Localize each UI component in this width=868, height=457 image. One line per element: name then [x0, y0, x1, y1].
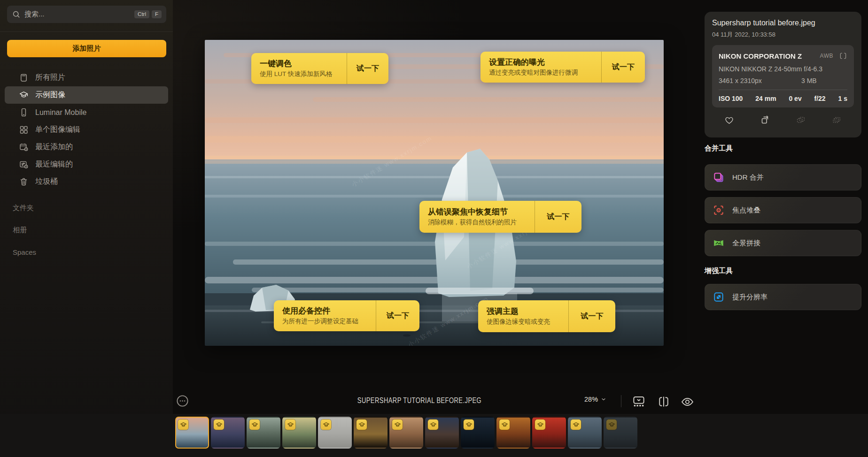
graduation-badge-icon [501, 421, 508, 428]
try-button[interactable]: 试一下 [535, 201, 581, 233]
paste-adjustments-icon [831, 115, 842, 125]
grid-icon [19, 125, 29, 135]
section-folders[interactable]: 文件夹 [13, 197, 163, 219]
thumbnail-torii-orange[interactable] [496, 417, 530, 449]
key-f: F [152, 10, 162, 19]
section-albums[interactable]: 相册 [13, 219, 163, 241]
sidebar-item-label: 示例图像 [35, 90, 65, 100]
thumbnail-dark-whale[interactable] [461, 417, 495, 449]
ev-value: 0 ev [789, 95, 801, 102]
callout-focus-recovery: 从错误聚焦中恢复细节 消除模糊，获得自然锐利的照片 试一下 [419, 201, 581, 233]
sidebar-item-all-photos[interactable]: 所有照片 [5, 69, 168, 86]
search-placeholder: 搜索... [24, 10, 131, 19]
tutorial-badge [464, 419, 474, 430]
thumbnail-sunset-glow[interactable] [354, 417, 388, 449]
sidebar-item-trash[interactable]: 垃圾桶 [5, 173, 168, 190]
copy-adjustments-button[interactable] [796, 115, 806, 125]
graduation-badge-icon [608, 421, 615, 428]
add-photos-button[interactable]: 添加照片 [7, 40, 166, 57]
thumbnail-foggy-beach[interactable] [318, 417, 352, 449]
more-options-button[interactable] [176, 394, 189, 408]
try-button[interactable]: 试一下 [347, 53, 388, 84]
exif-box: NIKON CORPORATION Z AWB NIKON NIKKOR Z 2… [712, 45, 854, 107]
section-spaces[interactable]: Spaces [13, 241, 163, 263]
sidebar-item-label: 所有照片 [35, 73, 65, 83]
tool-label: HDR 合并 [732, 173, 764, 182]
file-size: 3 MB [801, 77, 817, 84]
tutorial-badge [285, 419, 295, 430]
thumbnail-desert-arch[interactable] [389, 417, 423, 449]
callout-essential-controls: 使用必备控件 为所有进一步调整设定基础 试一下 [274, 300, 419, 331]
aperture-value: f/22 [814, 95, 826, 102]
callout-subtitle: 为所有进一步调整设定基础 [282, 317, 369, 326]
sidebar-sections: 文件夹 相册 Spaces [13, 197, 163, 263]
tool-hdr-merge[interactable]: HDR 合并 [705, 164, 861, 190]
tutorial-badge [214, 419, 224, 430]
graduation-badge-icon [573, 421, 580, 428]
search-shortcut: Ctrl F [134, 10, 162, 19]
search-input[interactable]: 搜索... Ctrl F [7, 6, 166, 23]
thumbnail-waterfall[interactable] [247, 417, 280, 449]
file-date: 04 11月 2022, 10:33:58 [712, 30, 854, 39]
callout-subtitle: 消除模糊，获得自然锐利的照片 [428, 218, 528, 227]
panorama-icon [713, 237, 725, 249]
shutter-speed: 1 s [838, 95, 847, 102]
trash-icon [19, 177, 29, 187]
merge-tools-heading: 合并工具 [705, 144, 733, 153]
try-button[interactable]: 试一下 [376, 300, 419, 331]
graduation-badge-icon [394, 421, 401, 428]
tool-focus-stacking[interactable]: 焦点堆叠 [705, 197, 861, 223]
tutorial-badge [356, 419, 367, 430]
filmstrip-toggle-button[interactable] [632, 395, 646, 409]
callout-title: 使用必备控件 [282, 306, 369, 316]
try-button[interactable]: 试一下 [601, 52, 645, 83]
favorite-button[interactable] [724, 115, 734, 125]
photos-icon [19, 73, 29, 83]
tutorial-badge [178, 419, 188, 430]
search-icon [12, 10, 21, 19]
graduation-badge-icon [251, 421, 258, 428]
sidebar-item-sample-images[interactable]: 示例图像 [5, 86, 168, 104]
callout-subtitle: 使图像边缘变暗或变亮 [487, 318, 562, 326]
tutorial-badge [321, 419, 331, 430]
sidebar-item-recently-added[interactable]: 最近添加的 [5, 138, 168, 156]
crop-brackets-icon[interactable] [839, 52, 847, 60]
thumbnail-night-sky[interactable] [425, 417, 459, 449]
sidebar-item-recently-edited[interactable]: 最近编辑的 [5, 156, 168, 173]
zoom-dropdown[interactable]: 28% [584, 396, 606, 403]
sidebar-item-luminar-mobile[interactable]: Luminar Mobile [5, 104, 168, 121]
sidebar-item-label: Luminar Mobile [35, 108, 86, 117]
preview-eye-button[interactable] [680, 395, 694, 409]
sidebar-item-single-edits[interactable]: 单个图像编辑 [5, 121, 168, 138]
compare-view-button[interactable] [657, 395, 671, 409]
eye-icon [681, 395, 694, 409]
try-button[interactable]: 试一下 [568, 300, 615, 332]
thumbnail-iceberg-sunset[interactable] [175, 417, 209, 449]
phone-icon [19, 107, 29, 117]
sliders-clock-icon [19, 160, 29, 169]
thumbnail-waterfall-sun[interactable] [282, 417, 316, 449]
graduation-badge-icon [358, 421, 365, 428]
callout-exposure: 设置正确的曝光 通过变亮或变暗对图像进行微调 试一下 [480, 52, 645, 83]
key-ctrl: Ctrl [134, 10, 149, 19]
tool-panorama[interactable]: 全景拼接 [705, 230, 861, 256]
photo-info-card: Supersharp tutorial before.jpeg 04 11月 2… [705, 12, 861, 137]
app-window: 搜索... Ctrl F 添加照片 所有照片 示例图像 Luminar Mobi… [0, 0, 868, 457]
thumbnail-snowy-river[interactable] [568, 417, 602, 449]
callout-emphasize-subject: 强调主题 使图像边缘变暗或变亮 试一下 [478, 300, 615, 332]
thumbnail-snowy-faded[interactable] [604, 417, 637, 449]
thumbnail-iceberg-dusk[interactable] [211, 417, 245, 449]
iso-value: ISO 100 [719, 95, 743, 102]
exif-values: ISO 100 24 mm 0 ev f/22 1 s [719, 95, 847, 102]
thumbnail-torii-red[interactable] [532, 417, 566, 449]
upscale-icon [713, 291, 725, 303]
sidebar-item-label: 最近编辑的 [35, 160, 73, 169]
tool-upscale[interactable]: 提升分辨率 [705, 284, 861, 310]
graduation-cap-icon [19, 90, 29, 100]
sidebar-nav: 所有照片 示例图像 Luminar Mobile 单个图像编辑 最近添加的 最近… [5, 69, 168, 190]
paste-adjustments-button[interactable] [831, 115, 842, 125]
rotate-button[interactable] [760, 115, 770, 125]
graduation-badge-icon [537, 421, 544, 428]
filename: Supersharp tutorial before.jpeg [712, 19, 854, 27]
graduation-badge-icon [180, 421, 187, 428]
